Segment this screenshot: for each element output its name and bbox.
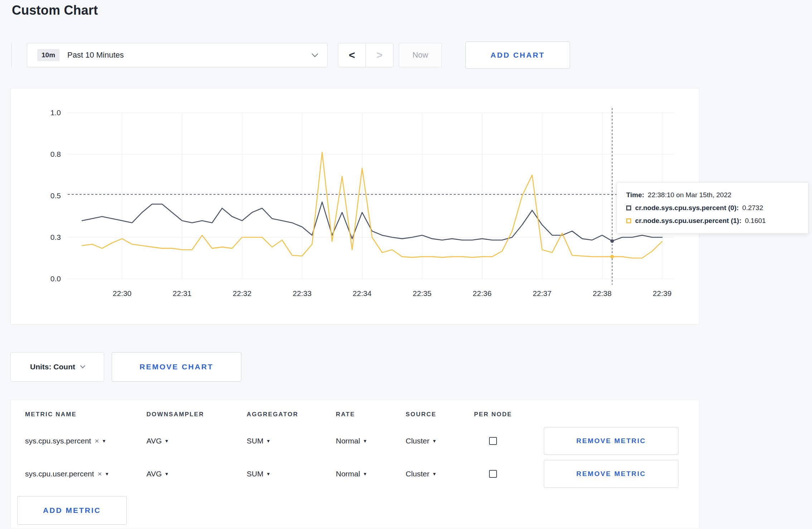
sys-series-swatch-icon bbox=[626, 205, 631, 210]
aggregator-select[interactable]: SUM ▾ bbox=[247, 470, 336, 478]
source-select[interactable]: Cluster ▾ bbox=[406, 470, 474, 478]
svg-text:0.0: 0.0 bbox=[50, 275, 61, 283]
per-node-cell bbox=[474, 470, 544, 478]
caret-down-icon[interactable]: ▾ bbox=[103, 438, 106, 444]
chevron-down-icon bbox=[311, 50, 318, 57]
caret-down-icon: ▾ bbox=[267, 471, 270, 477]
remove-metric-button[interactable]: REMOVE METRIC bbox=[544, 427, 678, 455]
aggregator-value: SUM bbox=[247, 470, 264, 478]
time-range-select[interactable]: 10m Past 10 Minutes bbox=[27, 43, 328, 67]
downsampler-select[interactable]: AVG ▾ bbox=[146, 470, 247, 478]
rate-value: Normal bbox=[336, 437, 360, 445]
time-range-badge: 10m bbox=[37, 49, 59, 61]
user-series-swatch-icon bbox=[626, 218, 631, 223]
svg-text:0.8: 0.8 bbox=[50, 150, 61, 158]
remove-metric-button[interactable]: REMOVE METRIC bbox=[544, 460, 678, 488]
svg-text:22:34: 22:34 bbox=[353, 289, 372, 297]
svg-text:0.3: 0.3 bbox=[50, 233, 61, 241]
per-node-cell bbox=[474, 437, 544, 445]
tooltip-time-label: Time: bbox=[626, 191, 644, 199]
close-icon[interactable]: × bbox=[98, 470, 102, 478]
caret-down-icon: ▾ bbox=[433, 471, 436, 477]
caret-down-icon: ▾ bbox=[267, 438, 270, 444]
tooltip-series2-value: 0.1601 bbox=[745, 217, 766, 225]
now-button[interactable]: Now bbox=[399, 43, 442, 67]
source-value: Cluster bbox=[406, 470, 430, 478]
rate-value: Normal bbox=[336, 470, 360, 478]
svg-text:0.5: 0.5 bbox=[50, 191, 61, 200]
tooltip-time-row: Time: 22:38:10 on Mar 15th, 2022 bbox=[626, 191, 799, 199]
time-nav-group: < > bbox=[338, 43, 393, 67]
downsampler-value: AVG bbox=[146, 470, 162, 478]
chart-svg[interactable]: 0.00.30.50.81.022:3022:3122:3222:3322:34… bbox=[11, 88, 699, 324]
units-label: Units: Count bbox=[30, 363, 75, 371]
tooltip-series2-row: cr.node.sys.cpu.user.percent (1): 0.1601 bbox=[626, 217, 799, 225]
rate-select[interactable]: Normal ▾ bbox=[336, 437, 406, 445]
svg-text:22:36: 22:36 bbox=[473, 289, 492, 297]
actions-cell: REMOVE METRIC bbox=[544, 427, 699, 455]
tooltip-time-value: 22:38:10 on Mar 15th, 2022 bbox=[648, 191, 731, 199]
caret-down-icon[interactable]: ▾ bbox=[106, 471, 108, 477]
table-row: sys.cpu.user.percent × ▾ AVG ▾ SUM ▾ Nor… bbox=[11, 457, 699, 490]
per-node-checkbox[interactable] bbox=[489, 437, 497, 445]
page-title: Custom Chart bbox=[12, 3, 98, 18]
chart-tooltip: Time: 22:38:10 on Mar 15th, 2022 cr.node… bbox=[617, 182, 808, 234]
chevron-down-icon bbox=[80, 363, 85, 368]
tooltip-series2-label: cr.node.sys.cpu.user.percent (1): bbox=[635, 217, 741, 225]
next-range-button[interactable]: > bbox=[366, 43, 393, 67]
add-metric-button[interactable]: ADD METRIC bbox=[17, 496, 127, 525]
svg-text:22:32: 22:32 bbox=[233, 289, 252, 297]
aggregator-select[interactable]: SUM ▾ bbox=[247, 437, 336, 445]
svg-text:1.0: 1.0 bbox=[50, 108, 61, 117]
header-per-node: PER NODE bbox=[474, 411, 544, 418]
svg-text:22:35: 22:35 bbox=[413, 289, 432, 297]
chart-card: 0.00.30.50.81.022:3022:3122:3222:3322:34… bbox=[10, 88, 699, 325]
header-metric-name: METRIC NAME bbox=[11, 411, 146, 418]
tooltip-series1-row: cr.node.sys.cpu.sys.percent (0): 0.2732 bbox=[626, 204, 799, 212]
remove-chart-button[interactable]: REMOVE CHART bbox=[112, 352, 241, 382]
time-range-label: Past 10 Minutes bbox=[67, 50, 124, 60]
header-rate: RATE bbox=[336, 411, 406, 418]
source-select[interactable]: Cluster ▾ bbox=[406, 437, 474, 445]
caret-down-icon: ▾ bbox=[364, 438, 367, 444]
prev-range-button[interactable]: < bbox=[338, 43, 366, 67]
chevron-left-icon: < bbox=[349, 49, 355, 61]
tooltip-series1-value: 0.2732 bbox=[742, 204, 763, 212]
header-aggregator: AGGREGATOR bbox=[247, 411, 336, 418]
per-node-checkbox[interactable] bbox=[489, 470, 497, 478]
source-value: Cluster bbox=[406, 437, 430, 445]
caret-down-icon: ▾ bbox=[165, 471, 168, 477]
close-icon[interactable]: × bbox=[95, 437, 99, 445]
caret-down-icon: ▾ bbox=[433, 438, 436, 444]
svg-text:22:39: 22:39 bbox=[653, 289, 672, 297]
units-select[interactable]: Units: Count bbox=[10, 352, 104, 382]
metric-name-select[interactable]: sys.cpu.sys.percent × ▾ bbox=[11, 437, 146, 445]
caret-down-icon: ▾ bbox=[165, 438, 168, 444]
add-chart-button[interactable]: ADD CHART bbox=[465, 42, 570, 69]
chevron-right-icon: > bbox=[376, 49, 383, 61]
rate-select[interactable]: Normal ▾ bbox=[336, 470, 406, 478]
downsampler-select[interactable]: AVG ▾ bbox=[146, 437, 247, 445]
tooltip-series1-label: cr.node.sys.cpu.sys.percent (0): bbox=[635, 204, 739, 212]
svg-text:22:33: 22:33 bbox=[293, 289, 312, 297]
metric-name-label: sys.cpu.user.percent bbox=[25, 470, 94, 478]
aggregator-value: SUM bbox=[247, 437, 264, 445]
downsampler-value: AVG bbox=[146, 437, 162, 445]
metric-name-label: sys.cpu.sys.percent bbox=[25, 437, 91, 445]
metrics-table-header: METRIC NAME DOWNSAMPLER AGGREGATOR RATE … bbox=[11, 400, 699, 424]
toolbar-left-divider bbox=[11, 43, 12, 67]
svg-text:22:31: 22:31 bbox=[173, 289, 192, 297]
svg-text:22:38: 22:38 bbox=[593, 289, 612, 297]
table-row: sys.cpu.sys.percent × ▾ AVG ▾ SUM ▾ Norm… bbox=[11, 424, 699, 457]
svg-text:22:30: 22:30 bbox=[113, 289, 132, 297]
svg-text:22:37: 22:37 bbox=[533, 289, 552, 297]
caret-down-icon: ▾ bbox=[364, 471, 367, 477]
header-source: SOURCE bbox=[406, 411, 474, 418]
metric-name-select[interactable]: sys.cpu.user.percent × ▾ bbox=[11, 470, 146, 478]
header-downsampler: DOWNSAMPLER bbox=[146, 411, 247, 418]
actions-cell: REMOVE METRIC bbox=[544, 460, 699, 488]
